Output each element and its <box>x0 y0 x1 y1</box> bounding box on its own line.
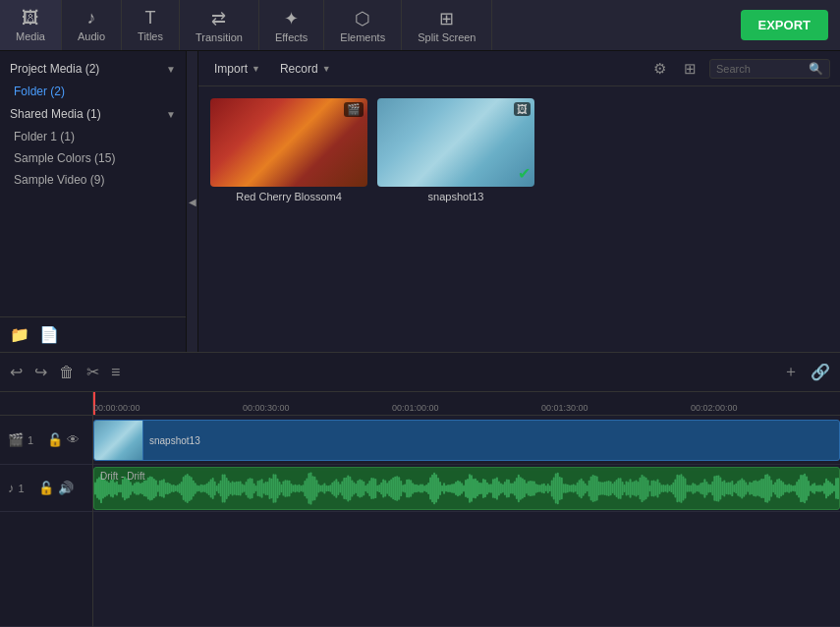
toolbar-titles[interactable]: T Titles <box>122 0 180 50</box>
svg-rect-154 <box>396 476 398 501</box>
shared-media-label: Shared Media (1) <box>10 107 101 121</box>
svg-rect-123 <box>335 479 337 497</box>
svg-rect-161 <box>410 480 412 497</box>
svg-rect-24 <box>141 483 143 495</box>
svg-rect-168 <box>423 485 425 491</box>
toolbar-audio[interactable]: ♪ Audio <box>62 0 122 50</box>
svg-rect-222 <box>530 481 532 496</box>
svg-rect-335 <box>751 483 753 494</box>
svg-rect-323 <box>727 483 729 495</box>
svg-rect-5 <box>104 480 106 497</box>
add-track-icon[interactable]: ＋ <box>783 362 799 382</box>
redo-icon[interactable]: ↪ <box>34 363 47 381</box>
svg-rect-336 <box>753 481 755 496</box>
media-item-snapshot13[interactable]: 🖼 ✔ snapshot13 <box>377 98 534 202</box>
audio-mute-icon[interactable]: 🔊 <box>58 481 74 495</box>
svg-rect-34 <box>161 480 163 496</box>
svg-rect-201 <box>488 484 490 492</box>
toolbar-transition[interactable]: ⇄ Transition <box>180 0 259 50</box>
svg-rect-36 <box>165 483 167 494</box>
svg-rect-257 <box>598 482 600 496</box>
svg-rect-373 <box>825 479 827 499</box>
svg-rect-81 <box>253 484 255 493</box>
sidebar-section-project-media[interactable]: Project Media (2) ▼ <box>0 57 186 81</box>
svg-rect-124 <box>337 482 339 495</box>
audio-clip[interactable]: Drift - Drift <box>93 467 840 510</box>
undo-icon[interactable]: ↩ <box>10 363 23 381</box>
svg-rect-219 <box>524 480 526 497</box>
add-folder-icon[interactable]: 📁 <box>10 325 29 344</box>
svg-rect-99 <box>288 481 290 497</box>
toolbar-split-screen[interactable]: ⊞ Split Screen <box>402 0 492 50</box>
svg-rect-332 <box>745 483 747 495</box>
svg-rect-318 <box>717 475 719 501</box>
settings-icon[interactable]: ≡ <box>111 364 120 381</box>
svg-rect-39 <box>171 484 173 492</box>
grid-view-icon[interactable]: ⊞ <box>679 58 701 80</box>
svg-rect-366 <box>812 484 813 492</box>
svg-rect-184 <box>455 482 457 495</box>
image-badge: 🖼 <box>514 102 531 116</box>
media-toolbar: Import ▼ Record ▼ ⚙ ⊞ 🔍 <box>198 51 840 86</box>
titles-icon: T <box>145 8 156 28</box>
svg-rect-76 <box>244 484 246 492</box>
filter-icon[interactable]: ⚙ <box>648 58 671 80</box>
svg-rect-368 <box>815 485 817 491</box>
sidebar-item-folder1[interactable]: Folder 1 (1) <box>0 126 186 147</box>
svg-rect-169 <box>425 484 427 492</box>
audio-clip-label: Drift - Drift <box>100 471 145 482</box>
import-button[interactable]: Import ▼ <box>208 59 266 79</box>
svg-rect-214 <box>514 482 516 496</box>
svg-rect-135 <box>359 480 361 498</box>
toolbar-elements[interactable]: ⬡ Elements <box>324 0 402 50</box>
svg-rect-82 <box>255 485 257 491</box>
svg-rect-132 <box>353 483 355 495</box>
toolbar-effects[interactable]: ✦ Effects <box>259 0 324 50</box>
svg-rect-215 <box>516 478 518 499</box>
svg-rect-128 <box>345 478 347 500</box>
svg-rect-157 <box>402 484 404 492</box>
svg-rect-200 <box>486 483 488 495</box>
record-button[interactable]: Record ▼ <box>274 59 337 79</box>
svg-rect-59 <box>210 480 212 498</box>
svg-rect-121 <box>331 483 333 494</box>
svg-rect-229 <box>543 484 545 493</box>
audio-lock-icon[interactable]: 🔓 <box>38 481 54 495</box>
extra-track-label <box>0 512 92 627</box>
video-lock-icon[interactable]: 🔓 <box>47 432 63 447</box>
svg-rect-192 <box>471 475 473 502</box>
delete-icon[interactable]: 🗑 <box>59 364 75 381</box>
svg-rect-278 <box>640 478 642 499</box>
svg-rect-114 <box>317 484 319 493</box>
svg-rect-94 <box>279 482 281 495</box>
link-icon[interactable]: 🔗 <box>811 363 830 381</box>
toolbar-media[interactable]: 🖼 Media <box>0 0 62 50</box>
svg-rect-251 <box>587 485 588 491</box>
svg-rect-72 <box>236 482 238 495</box>
add-file-icon[interactable]: 📄 <box>39 325 59 344</box>
svg-rect-259 <box>602 482 604 494</box>
svg-rect-187 <box>461 483 463 493</box>
svg-rect-141 <box>370 478 372 499</box>
cut-icon[interactable]: ✂ <box>86 363 99 381</box>
svg-rect-25 <box>143 481 145 496</box>
search-input[interactable] <box>716 63 805 75</box>
video-clip[interactable]: snapshot13 <box>93 420 840 461</box>
sidebar-section-shared-media[interactable]: Shared Media (1) ▼ <box>0 102 186 126</box>
video-track-label: 🎬 1 🔓 👁 <box>0 416 92 465</box>
record-label: Record <box>280 62 318 76</box>
video-visible-icon[interactable]: 👁 <box>67 432 80 447</box>
svg-rect-320 <box>721 482 723 496</box>
svg-rect-197 <box>480 483 482 494</box>
timeline-content: 🎬 1 🔓 👁 ♪ 1 🔓 🔊 00:00:00:00 00:00:30:00 … <box>0 392 840 627</box>
sidebar-item-folder[interactable]: Folder (2) <box>0 81 186 102</box>
svg-rect-133 <box>355 484 357 493</box>
svg-rect-80 <box>252 479 253 498</box>
sidebar-item-sample-video[interactable]: Sample Video (9) <box>0 169 186 191</box>
sidebar-collapse-handle[interactable]: ◀ <box>187 51 198 352</box>
media-item-red-cherry[interactable]: 🎬 Red Cherry Blossom4 <box>210 98 367 202</box>
sidebar-item-sample-colors[interactable]: Sample Colors (15) <box>0 147 186 169</box>
svg-rect-308 <box>698 484 700 491</box>
export-button[interactable]: EXPORT <box>741 10 828 40</box>
svg-rect-18 <box>130 482 132 495</box>
